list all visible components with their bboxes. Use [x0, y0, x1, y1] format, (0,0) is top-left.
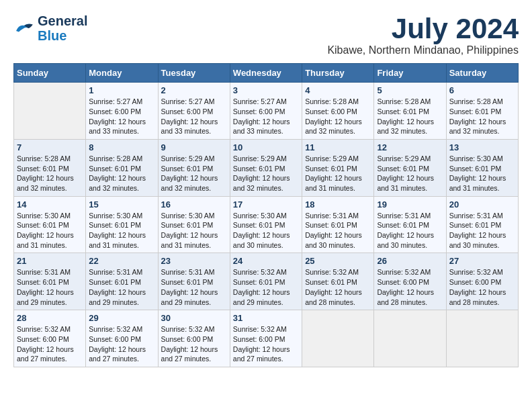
day-number: 11 [305, 142, 371, 152]
header: General Blue July 2024 Kibawe, Northern … [13, 13, 519, 56]
calendar-row: 1Sunrise: 5:27 AMSunset: 6:00 PMDaylight… [14, 83, 519, 140]
calendar-row: 21Sunrise: 5:31 AMSunset: 6:01 PMDayligh… [14, 253, 519, 310]
calendar-cell: 3Sunrise: 5:27 AMSunset: 6:00 PMDaylight… [230, 83, 302, 140]
day-info: Sunrise: 5:30 AMSunset: 6:01 PMDaylight:… [233, 211, 299, 250]
day-info: Sunrise: 5:32 AMSunset: 6:01 PMDaylight:… [233, 267, 299, 307]
calendar-cell: 4Sunrise: 5:28 AMSunset: 6:00 PMDaylight… [302, 83, 374, 140]
day-info: Sunrise: 5:28 AMSunset: 6:01 PMDaylight:… [449, 97, 515, 136]
day-number: 25 [305, 256, 371, 266]
day-number: 10 [233, 142, 299, 152]
calendar-cell: 1Sunrise: 5:27 AMSunset: 6:00 PMDaylight… [86, 83, 158, 140]
header-row: SundayMondayTuesdayWednesdayThursdayFrid… [14, 64, 519, 83]
day-number: 19 [377, 199, 443, 210]
calendar-cell: 23Sunrise: 5:31 AMSunset: 6:01 PMDayligh… [158, 253, 230, 310]
calendar-header: SundayMondayTuesdayWednesdayThursdayFrid… [14, 64, 519, 83]
day-info: Sunrise: 5:32 AMSunset: 6:00 PMDaylight:… [449, 267, 515, 307]
calendar-cell: 18Sunrise: 5:31 AMSunset: 6:01 PMDayligh… [302, 196, 374, 253]
calendar-cell: 29Sunrise: 5:32 AMSunset: 6:00 PMDayligh… [86, 310, 158, 367]
day-number: 16 [161, 199, 227, 210]
calendar-cell: 19Sunrise: 5:31 AMSunset: 6:01 PMDayligh… [374, 196, 446, 253]
day-number: 23 [161, 256, 227, 266]
day-number: 14 [17, 199, 83, 210]
day-number: 8 [89, 142, 154, 152]
calendar-body: 1Sunrise: 5:27 AMSunset: 6:00 PMDaylight… [14, 83, 519, 367]
logo-blue: Blue [38, 28, 66, 43]
calendar-row: 14Sunrise: 5:30 AMSunset: 6:01 PMDayligh… [14, 196, 519, 253]
day-number: 4 [305, 85, 371, 95]
calendar-row: 28Sunrise: 5:32 AMSunset: 6:00 PMDayligh… [14, 310, 519, 367]
day-info: Sunrise: 5:29 AMSunset: 6:01 PMDaylight:… [161, 154, 227, 193]
location: Kibawe, Northern Mindanao, Philippines [327, 44, 519, 56]
day-info: Sunrise: 5:29 AMSunset: 6:01 PMDaylight:… [233, 154, 299, 193]
day-number: 26 [377, 256, 443, 266]
calendar-cell: 26Sunrise: 5:32 AMSunset: 6:00 PMDayligh… [374, 253, 446, 310]
day-info: Sunrise: 5:28 AMSunset: 6:01 PMDaylight:… [377, 97, 443, 136]
calendar-cell: 2Sunrise: 5:27 AMSunset: 6:00 PMDaylight… [158, 83, 230, 140]
day-info: Sunrise: 5:32 AMSunset: 6:00 PMDaylight:… [233, 324, 299, 364]
day-number: 30 [161, 313, 227, 323]
day-info: Sunrise: 5:27 AMSunset: 6:00 PMDaylight:… [89, 97, 154, 136]
day-info: Sunrise: 5:30 AMSunset: 6:01 PMDaylight:… [89, 211, 154, 250]
calendar-cell: 30Sunrise: 5:32 AMSunset: 6:00 PMDayligh… [158, 310, 230, 367]
calendar-cell [302, 310, 374, 367]
calendar-cell: 12Sunrise: 5:29 AMSunset: 6:01 PMDayligh… [374, 139, 446, 196]
day-number: 3 [233, 85, 299, 95]
calendar-cell: 6Sunrise: 5:28 AMSunset: 6:01 PMDaylight… [446, 83, 518, 140]
day-info: Sunrise: 5:31 AMSunset: 6:01 PMDaylight:… [377, 211, 443, 250]
calendar-cell: 31Sunrise: 5:32 AMSunset: 6:00 PMDayligh… [230, 310, 302, 367]
calendar-cell: 15Sunrise: 5:30 AMSunset: 6:01 PMDayligh… [86, 196, 158, 253]
day-info: Sunrise: 5:31 AMSunset: 6:01 PMDaylight:… [17, 267, 83, 307]
calendar-cell: 24Sunrise: 5:32 AMSunset: 6:01 PMDayligh… [230, 253, 302, 310]
day-info: Sunrise: 5:27 AMSunset: 6:00 PMDaylight:… [233, 97, 299, 136]
day-info: Sunrise: 5:29 AMSunset: 6:01 PMDaylight:… [305, 154, 371, 193]
day-number: 9 [161, 142, 227, 152]
calendar-cell: 5Sunrise: 5:28 AMSunset: 6:01 PMDaylight… [374, 83, 446, 140]
day-number: 27 [449, 256, 515, 266]
day-info: Sunrise: 5:30 AMSunset: 6:01 PMDaylight:… [161, 211, 227, 250]
day-info: Sunrise: 5:32 AMSunset: 6:00 PMDaylight:… [17, 324, 83, 364]
calendar-cell: 9Sunrise: 5:29 AMSunset: 6:01 PMDaylight… [158, 139, 230, 196]
day-info: Sunrise: 5:27 AMSunset: 6:00 PMDaylight:… [161, 97, 227, 136]
calendar-cell: 28Sunrise: 5:32 AMSunset: 6:00 PMDayligh… [14, 310, 86, 367]
calendar-row: 7Sunrise: 5:28 AMSunset: 6:01 PMDaylight… [14, 139, 519, 196]
header-day: Saturday [446, 64, 518, 83]
title-area: July 2024 Kibawe, Northern Mindanao, Phi… [327, 13, 519, 56]
day-info: Sunrise: 5:32 AMSunset: 6:00 PMDaylight:… [89, 324, 154, 364]
header-day: Sunday [14, 64, 86, 83]
logo-icon [13, 20, 35, 36]
calendar-cell: 25Sunrise: 5:32 AMSunset: 6:01 PMDayligh… [302, 253, 374, 310]
day-info: Sunrise: 5:31 AMSunset: 6:01 PMDaylight:… [449, 211, 515, 250]
calendar-cell: 11Sunrise: 5:29 AMSunset: 6:01 PMDayligh… [302, 139, 374, 196]
calendar-table: SundayMondayTuesdayWednesdayThursdayFrid… [13, 63, 519, 367]
calendar-cell: 8Sunrise: 5:28 AMSunset: 6:01 PMDaylight… [86, 139, 158, 196]
day-info: Sunrise: 5:28 AMSunset: 6:01 PMDaylight:… [89, 154, 154, 193]
day-number: 21 [17, 256, 83, 266]
day-number: 7 [17, 142, 83, 152]
day-info: Sunrise: 5:29 AMSunset: 6:01 PMDaylight:… [377, 154, 443, 193]
day-info: Sunrise: 5:31 AMSunset: 6:01 PMDaylight:… [89, 267, 154, 307]
day-info: Sunrise: 5:30 AMSunset: 6:01 PMDaylight:… [17, 211, 83, 250]
day-number: 6 [449, 85, 515, 95]
calendar-cell [446, 310, 518, 367]
header-day: Thursday [302, 64, 374, 83]
header-day: Monday [86, 64, 158, 83]
calendar-cell: 22Sunrise: 5:31 AMSunset: 6:01 PMDayligh… [86, 253, 158, 310]
month-year: July 2024 [327, 13, 519, 44]
day-info: Sunrise: 5:28 AMSunset: 6:01 PMDaylight:… [17, 154, 83, 193]
day-info: Sunrise: 5:30 AMSunset: 6:01 PMDaylight:… [449, 154, 515, 193]
calendar-cell: 27Sunrise: 5:32 AMSunset: 6:00 PMDayligh… [446, 253, 518, 310]
day-info: Sunrise: 5:32 AMSunset: 6:01 PMDaylight:… [305, 267, 371, 307]
day-number: 15 [89, 199, 154, 210]
calendar-cell [374, 310, 446, 367]
calendar-cell: 17Sunrise: 5:30 AMSunset: 6:01 PMDayligh… [230, 196, 302, 253]
calendar-cell: 14Sunrise: 5:30 AMSunset: 6:01 PMDayligh… [14, 196, 86, 253]
day-info: Sunrise: 5:28 AMSunset: 6:00 PMDaylight:… [305, 97, 371, 136]
day-number: 31 [233, 313, 299, 323]
day-number: 28 [17, 313, 83, 323]
calendar-cell: 7Sunrise: 5:28 AMSunset: 6:01 PMDaylight… [14, 139, 86, 196]
day-number: 17 [233, 199, 299, 210]
calendar-cell: 10Sunrise: 5:29 AMSunset: 6:01 PMDayligh… [230, 139, 302, 196]
day-number: 1 [89, 85, 154, 95]
header-day: Friday [374, 64, 446, 83]
day-number: 12 [377, 142, 443, 152]
